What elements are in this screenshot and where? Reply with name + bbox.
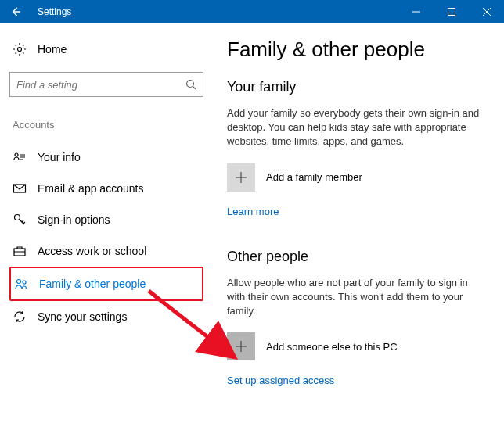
search-box[interactable] bbox=[9, 72, 203, 97]
other-people-heading: Other people bbox=[227, 249, 488, 265]
plus-icon bbox=[227, 163, 255, 192]
people-icon bbox=[14, 277, 28, 291]
arrow-left-icon bbox=[10, 6, 21, 17]
category-label: Accounts bbox=[9, 119, 203, 131]
sidebar-item-label: Your info bbox=[38, 151, 81, 163]
minimize-icon bbox=[412, 8, 420, 16]
svg-line-6 bbox=[193, 87, 196, 90]
window-title: Settings bbox=[31, 6, 398, 17]
sync-icon bbox=[13, 310, 27, 324]
family-description: Add your family so everybody gets their … bbox=[227, 106, 488, 149]
close-icon bbox=[483, 8, 491, 16]
sidebar-item-label: Access work or school bbox=[38, 245, 146, 257]
other-people-description: Allow people who are not part of your fa… bbox=[227, 276, 488, 319]
back-button[interactable] bbox=[0, 0, 31, 23]
main-panel: Family & other people Your family Add yo… bbox=[213, 23, 504, 423]
gear-icon bbox=[13, 42, 27, 56]
svg-point-4 bbox=[18, 48, 22, 52]
minimize-button[interactable] bbox=[398, 0, 434, 23]
window-controls bbox=[398, 0, 504, 23]
page-title: Family & other people bbox=[227, 38, 488, 62]
add-family-label: Add a family member bbox=[266, 171, 362, 183]
close-button[interactable] bbox=[469, 0, 504, 23]
sidebar-item-label: Email & app accounts bbox=[38, 182, 143, 195]
svg-point-7 bbox=[15, 153, 18, 156]
sidebar-item-family[interactable]: Family & other people bbox=[9, 267, 203, 301]
plus-icon bbox=[227, 332, 255, 360]
sidebar-item-signin[interactable]: Sign-in options bbox=[9, 204, 203, 235]
sidebar-item-label: Sync your settings bbox=[38, 310, 127, 323]
svg-point-11 bbox=[17, 280, 21, 284]
key-icon bbox=[13, 213, 27, 227]
svg-point-5 bbox=[187, 81, 194, 88]
sidebar-item-label: Family & other people bbox=[39, 278, 146, 290]
add-someone-else-button[interactable]: Add someone else to this PC bbox=[227, 332, 488, 360]
assigned-access-link[interactable]: Set up assigned access bbox=[227, 375, 488, 386]
person-card-icon bbox=[13, 150, 27, 164]
maximize-button[interactable] bbox=[434, 0, 469, 23]
titlebar: Settings bbox=[0, 0, 504, 23]
sidebar: Home Accounts Your info Email & app acco… bbox=[0, 23, 213, 423]
maximize-icon bbox=[448, 8, 455, 16]
home-button[interactable]: Home bbox=[9, 38, 203, 61]
sidebar-item-sync[interactable]: Sync your settings bbox=[9, 301, 203, 332]
family-heading: Your family bbox=[227, 79, 488, 95]
add-family-member-button[interactable]: Add a family member bbox=[227, 163, 488, 192]
sidebar-item-your-info[interactable]: Your info bbox=[9, 142, 203, 173]
search-input[interactable] bbox=[16, 79, 185, 91]
svg-rect-1 bbox=[448, 9, 455, 16]
briefcase-icon bbox=[13, 244, 27, 258]
add-someone-label: Add someone else to this PC bbox=[266, 341, 398, 353]
svg-point-9 bbox=[15, 215, 20, 220]
sidebar-item-email[interactable]: Email & app accounts bbox=[9, 173, 203, 204]
svg-point-12 bbox=[23, 281, 26, 284]
mail-icon bbox=[13, 181, 27, 195]
sidebar-item-label: Sign-in options bbox=[38, 213, 110, 226]
sidebar-item-work[interactable]: Access work or school bbox=[9, 235, 203, 267]
learn-more-link[interactable]: Learn more bbox=[227, 206, 488, 217]
search-icon bbox=[185, 79, 196, 90]
home-label: Home bbox=[38, 43, 67, 56]
